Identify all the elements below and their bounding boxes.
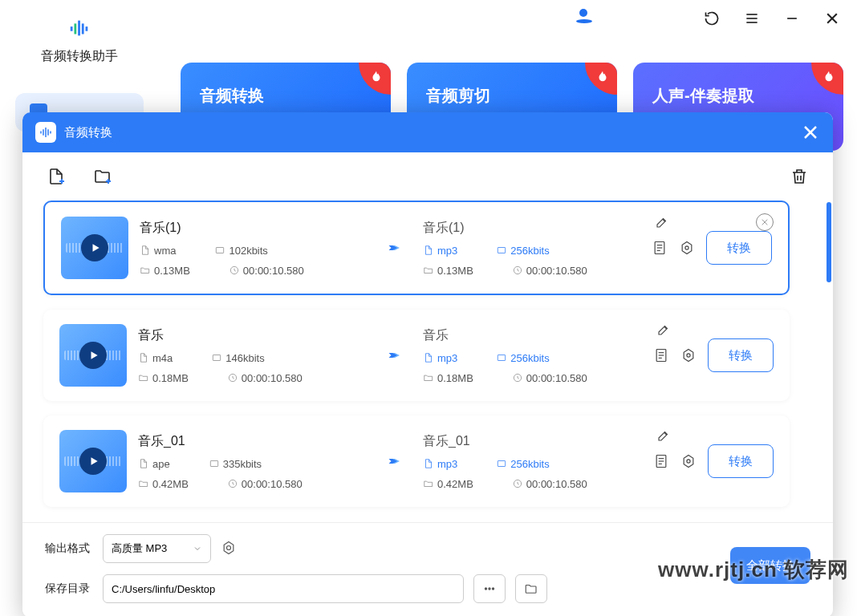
arrow-icon [368, 348, 416, 363]
scrollbar-thumb[interactable] [827, 202, 831, 282]
svg-point-33 [685, 246, 688, 249]
output-info: 音乐_01 mp3 256kbits 0.42MB 00:00:10.580 [423, 433, 647, 490]
menu-icon[interactable] [743, 10, 761, 27]
bitrate-meta: 146kbits [211, 352, 264, 364]
svg-rect-26 [498, 248, 506, 253]
out-bitrate-meta: 256kbits [496, 352, 549, 364]
svg-rect-6 [71, 26, 73, 31]
settings-button[interactable] [679, 239, 695, 257]
edit-name-button[interactable] [656, 428, 671, 446]
out-duration-meta: 00:00:10.580 [512, 372, 587, 384]
remove-file-button[interactable] [756, 213, 774, 231]
settings-button[interactable] [680, 452, 697, 470]
format-meta: ape [138, 458, 170, 470]
bitrate-meta: 102kbits [214, 245, 267, 257]
play-button[interactable] [81, 234, 108, 261]
out-size-meta: 0.42MB [423, 478, 473, 490]
flame-icon [359, 63, 391, 95]
format-settings-button[interactable] [221, 540, 238, 557]
format-meta: wma [140, 245, 176, 257]
convert-dialog: 音频转换 音乐(1) wma 102kbits 0.13MB 00:00:10.… [22, 112, 833, 616]
row-actions: 转换 [653, 338, 774, 372]
svg-marker-32 [682, 242, 692, 254]
svg-rect-9 [82, 23, 84, 34]
svg-rect-15 [50, 132, 51, 134]
svg-rect-24 [217, 248, 224, 253]
format-meta: m4a [138, 352, 173, 364]
detail-button[interactable] [653, 346, 669, 364]
svg-rect-46 [210, 461, 217, 467]
dialog-close-button[interactable] [801, 123, 820, 142]
duration-meta: 00:00:10.580 [227, 478, 303, 490]
bitrate-meta: 335kbits [209, 458, 262, 470]
output-format-select[interactable]: 高质量 MP3 [103, 534, 211, 563]
app-logo-icon [67, 16, 91, 40]
play-button[interactable] [79, 342, 107, 369]
svg-point-59 [489, 588, 490, 590]
flame-icon [811, 63, 843, 95]
duration-meta: 00:00:10.580 [229, 265, 304, 277]
out-bitrate-meta: 256kbits [496, 245, 549, 257]
more-options-button[interactable] [473, 574, 506, 603]
convert-button[interactable]: 转换 [706, 231, 772, 265]
file-thumbnail [61, 217, 128, 279]
history-icon[interactable] [703, 10, 721, 27]
output-format-label: 输出格式 [45, 541, 93, 556]
file-name: 音乐 [138, 327, 362, 344]
output-info: 音乐 mp3 256kbits 0.18MB 00:00:10.580 [423, 327, 647, 384]
save-dir-input[interactable]: C:/Users/linfu/Desktop [103, 574, 464, 603]
edit-name-button[interactable] [656, 322, 671, 340]
convert-button[interactable]: 转换 [708, 444, 774, 478]
select-value: 高质量 MP3 [112, 541, 167, 556]
out-duration-meta: 00:00:10.580 [512, 265, 587, 277]
settings-button[interactable] [680, 346, 697, 364]
close-button[interactable] [823, 10, 841, 27]
out-format-meta: mp3 [423, 245, 457, 257]
card-title: 人声-伴奏提取 [652, 87, 754, 104]
file-row[interactable]: 音乐 m4a 146kbits 0.18MB 00:00:10.580 音乐 m… [43, 310, 790, 401]
svg-point-55 [687, 460, 690, 463]
convert-button[interactable]: 转换 [708, 338, 774, 372]
arrow-icon [368, 241, 416, 255]
output-name: 音乐(1) [423, 220, 645, 237]
svg-rect-14 [47, 129, 49, 136]
out-format-meta: mp3 [423, 352, 457, 364]
svg-marker-44 [684, 350, 693, 362]
svg-rect-12 [43, 129, 44, 136]
file-name: 音乐_01 [138, 433, 362, 450]
minimize-button[interactable] [783, 10, 801, 27]
file-name: 音乐(1) [140, 220, 362, 237]
out-format-meta: mp3 [423, 458, 457, 470]
trash-button[interactable] [790, 167, 809, 186]
svg-rect-11 [40, 132, 42, 134]
card-title: 音频转换 [200, 87, 264, 104]
file-row[interactable]: 音乐(1) wma 102kbits 0.13MB 00:00:10.580 音… [43, 201, 790, 295]
input-info: 音乐(1) wma 102kbits 0.13MB 00:00:10.580 [140, 220, 362, 277]
app-name: 音频转换助手 [41, 48, 118, 65]
file-thumbnail [59, 324, 127, 387]
detail-button[interactable] [652, 239, 668, 257]
browse-folder-button[interactable] [515, 574, 547, 603]
output-name: 音乐_01 [423, 433, 647, 450]
edit-name-button[interactable] [655, 215, 669, 233]
file-row[interactable]: 音乐_01 ape 335kbits 0.42MB 00:00:10.580 音… [43, 415, 790, 507]
add-folder-button[interactable] [93, 167, 112, 186]
svg-rect-13 [45, 128, 47, 137]
svg-rect-10 [86, 26, 88, 31]
file-list: 音乐(1) wma 102kbits 0.13MB 00:00:10.580 音… [22, 201, 833, 522]
user-avatar[interactable] [576, 9, 595, 28]
out-size-meta: 0.13MB [423, 265, 473, 277]
size-meta: 0.13MB [140, 265, 190, 277]
card-title: 音频剪切 [426, 87, 490, 104]
detail-button[interactable] [653, 452, 669, 470]
file-thumbnail [59, 430, 127, 492]
svg-point-57 [227, 546, 231, 550]
add-file-button[interactable] [47, 167, 66, 186]
out-duration-meta: 00:00:10.580 [512, 478, 587, 490]
play-button[interactable] [79, 448, 107, 475]
save-dir-label: 保存目录 [45, 582, 93, 596]
svg-marker-56 [224, 542, 234, 554]
output-name: 音乐 [423, 327, 647, 344]
row-actions: 转换 [653, 444, 774, 478]
dialog-toolbar [22, 152, 833, 201]
